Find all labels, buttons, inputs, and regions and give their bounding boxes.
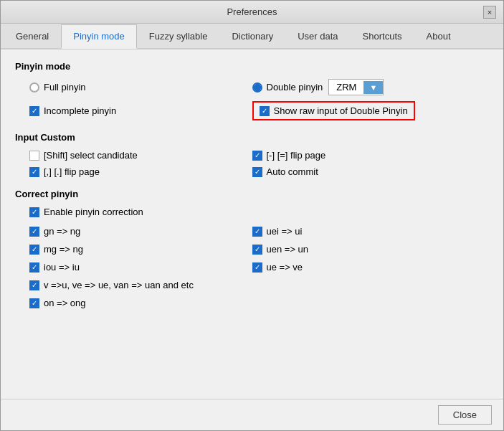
comma-period-text: [,] [.] flip page xyxy=(44,166,100,177)
on-correction-text: on => ong xyxy=(44,298,86,308)
auto-commit-checkbox-label[interactable]: Auto commit xyxy=(252,166,318,177)
auto-commit-checkbox[interactable] xyxy=(252,167,262,177)
v-correction-checkbox-label[interactable]: v =>u, ve => ue, van => uan and etc xyxy=(29,280,194,290)
close-icon[interactable]: × xyxy=(483,6,496,19)
show-raw-input-col: Show raw input of Double Pinyin xyxy=(252,101,490,120)
iou-iu-checkbox[interactable] xyxy=(29,262,39,273)
comma-period-checkbox[interactable] xyxy=(29,167,39,177)
uen-un-checkbox-label[interactable]: uen => un xyxy=(252,244,309,255)
tab-user-data[interactable]: User data xyxy=(285,24,350,49)
mg-ng-text: mg => ng xyxy=(44,244,83,255)
tab-fuzzy-syllable[interactable]: Fuzzy syllable xyxy=(137,24,220,49)
title-bar: Preferences × xyxy=(1,1,503,24)
incomplete-pinyin-col: Incomplete pinyin xyxy=(15,101,252,120)
incomplete-pinyin-checkbox-label[interactable]: Incomplete pinyin xyxy=(29,105,116,116)
on-correction-checkbox-label[interactable]: on => ong xyxy=(29,298,86,308)
pinyin-mode-title: Pinyin mode xyxy=(15,61,489,72)
correct-pinyin-title: Correct pinyin xyxy=(15,189,489,199)
shift-select-text: [Shift] select candidate xyxy=(44,150,138,161)
ue-ve-checkbox-label[interactable]: ue => ve xyxy=(252,262,303,273)
double-pinyin-text: Double pinyin xyxy=(267,82,323,93)
on-correction-checkbox[interactable] xyxy=(29,298,39,308)
mg-ng-col: mg => ng xyxy=(15,244,252,255)
ue-ve-checkbox[interactable] xyxy=(252,262,262,273)
show-raw-input-checkbox[interactable] xyxy=(260,106,270,116)
show-raw-input-highlighted[interactable]: Show raw input of Double Pinyin xyxy=(252,101,415,120)
minus-equal-checkbox[interactable] xyxy=(252,151,262,161)
input-custom-title: Input Custom xyxy=(15,132,489,143)
close-button[interactable]: Close xyxy=(438,405,492,425)
gn-ng-col: gn => ng xyxy=(15,226,252,237)
incomplete-pinyin-text: Incomplete pinyin xyxy=(44,105,116,116)
mg-ng-checkbox-label[interactable]: mg => ng xyxy=(29,244,83,255)
uei-ui-checkbox[interactable] xyxy=(252,227,262,237)
tab-general[interactable]: General xyxy=(4,24,61,49)
gn-ng-checkbox[interactable] xyxy=(29,227,39,237)
iou-iu-text: iou => iu xyxy=(44,262,80,273)
preferences-dialog: Preferences × General Pinyin mode Fuzzy … xyxy=(0,0,504,431)
full-pinyin-radio-label[interactable]: Full pinyin xyxy=(29,82,86,93)
tab-shortcuts[interactable]: Shortcuts xyxy=(351,24,414,49)
uen-un-col: uen => un xyxy=(252,244,490,255)
comma-period-col: [,] [.] flip page xyxy=(15,166,252,177)
main-content: Pinyin mode Full pinyin Double pinyin ZR… xyxy=(1,49,503,399)
shift-select-col: [Shift] select candidate xyxy=(15,150,252,161)
input-custom-section: Input Custom [Shift] select candidate [-… xyxy=(15,132,489,177)
pinyin-mode-section: Pinyin mode Full pinyin Double pinyin ZR… xyxy=(15,61,489,120)
uei-ui-col: uei => ui xyxy=(252,226,490,237)
tab-bar: General Pinyin mode Fuzzy syllable Dicti… xyxy=(1,24,503,49)
auto-commit-col: Auto commit xyxy=(252,166,490,177)
dropdown-value: ZRM xyxy=(329,80,363,95)
double-pinyin-col: Double pinyin ZRM ▼ xyxy=(252,79,490,95)
v-correction-text: v =>u, ve => ue, van => uan and etc xyxy=(44,280,194,290)
uei-ui-text: uei => ui xyxy=(267,226,303,237)
v-correction-checkbox[interactable] xyxy=(29,280,39,290)
enable-correction-checkbox-label[interactable]: Enable pinyin correction xyxy=(29,207,143,217)
shift-select-checkbox-label[interactable]: [Shift] select candidate xyxy=(29,150,138,161)
tab-pinyin-mode[interactable]: Pinyin mode xyxy=(61,24,137,49)
tab-about[interactable]: About xyxy=(414,24,463,49)
ue-ve-text: ue => ve xyxy=(267,262,303,273)
iou-iu-checkbox-label[interactable]: iou => iu xyxy=(29,262,80,273)
correct-pinyin-section: Correct pinyin Enable pinyin correction … xyxy=(15,189,489,308)
minus-equal-text: [-] [=] flip page xyxy=(267,150,326,161)
gn-ng-text: gn => ng xyxy=(44,226,80,237)
enable-correction-checkbox[interactable] xyxy=(29,207,39,217)
dialog-title: Preferences xyxy=(21,6,483,17)
uen-un-text: uen => un xyxy=(267,244,309,255)
auto-commit-text: Auto commit xyxy=(267,166,318,177)
full-pinyin-col: Full pinyin xyxy=(15,79,252,95)
minus-equal-checkbox-label[interactable]: [-] [=] flip page xyxy=(252,150,326,161)
enable-correction-text: Enable pinyin correction xyxy=(44,207,143,217)
gn-ng-checkbox-label[interactable]: gn => ng xyxy=(29,226,80,237)
double-pinyin-radio-label[interactable]: Double pinyin xyxy=(252,82,323,93)
comma-period-checkbox-label[interactable]: [,] [.] flip page xyxy=(29,166,100,177)
minus-equal-col: [-] [=] flip page xyxy=(252,150,490,161)
ue-ve-col: ue => ve xyxy=(252,262,490,273)
dropdown-arrow[interactable]: ▼ xyxy=(363,81,383,94)
iou-iu-col: iou => iu xyxy=(15,262,252,273)
tab-dictionary[interactable]: Dictionary xyxy=(219,24,285,49)
show-raw-input-text: Show raw input of Double Pinyin xyxy=(274,105,408,116)
double-pinyin-radio[interactable] xyxy=(252,82,262,93)
dialog-footer: Close xyxy=(1,399,503,430)
full-pinyin-radio[interactable] xyxy=(29,82,39,93)
uei-ui-checkbox-label[interactable]: uei => ui xyxy=(252,226,303,237)
uen-un-checkbox[interactable] xyxy=(252,245,262,255)
incomplete-pinyin-checkbox[interactable] xyxy=(29,106,39,116)
full-pinyin-text: Full pinyin xyxy=(44,82,86,93)
shift-select-checkbox[interactable] xyxy=(29,151,39,161)
mg-ng-checkbox[interactable] xyxy=(29,245,39,255)
